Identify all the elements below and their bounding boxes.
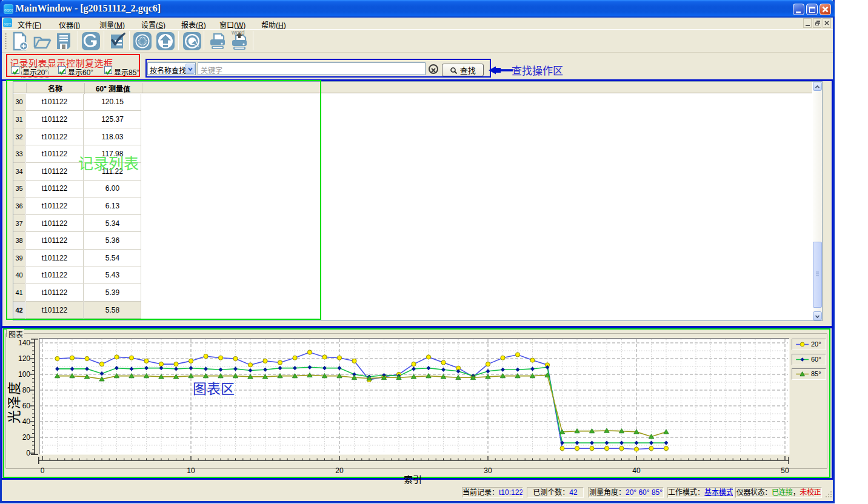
svg-text:10: 10	[187, 466, 195, 475]
svg-text:20: 20	[22, 433, 31, 442]
svg-text:40: 40	[22, 417, 31, 426]
svg-text:40: 40	[632, 466, 641, 475]
svg-text:30: 30	[484, 466, 492, 475]
svg-text:50: 50	[781, 466, 789, 475]
svg-text:80: 80	[22, 386, 31, 394]
svg-text:20: 20	[335, 466, 344, 475]
svg-text:140: 140	[18, 339, 30, 347]
svg-text:0: 0	[41, 466, 45, 475]
svg-text:0: 0	[26, 449, 30, 457]
svg-text:120: 120	[18, 354, 30, 363]
svg-text:60: 60	[22, 402, 31, 410]
